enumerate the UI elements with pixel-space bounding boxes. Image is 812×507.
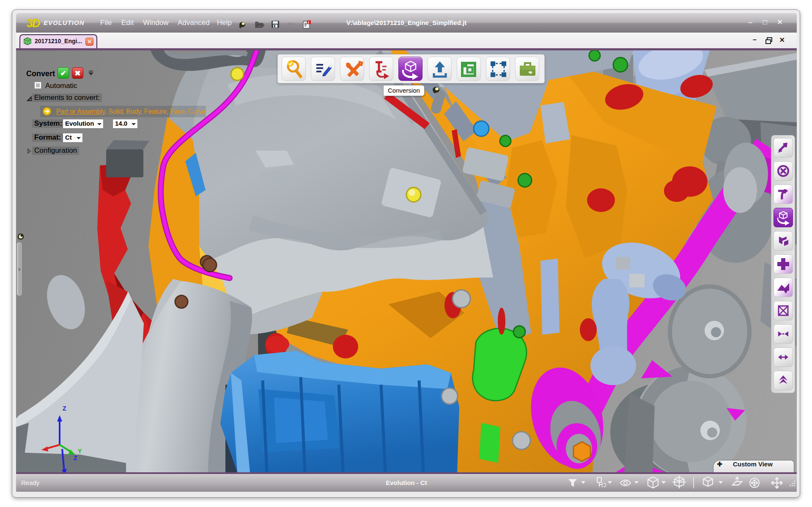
svg-text:Z: Z [74, 455, 77, 461]
svg-text:Z: Z [63, 405, 66, 412]
svg-text:Y: Y [78, 448, 82, 455]
